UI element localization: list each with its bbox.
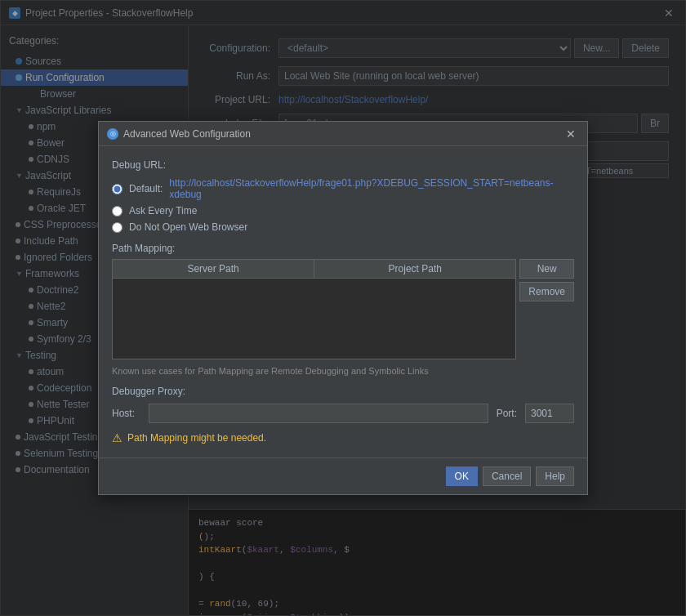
advanced-web-config-dialog: ◎ Advanced Web Configuration ✕ Debug URL… <box>98 121 588 495</box>
host-input[interactable] <box>149 404 488 423</box>
path-table-header: Server Path Project Path <box>112 259 516 278</box>
radio-default-group: Default: http://localhost/StackoverflowH… <box>112 177 574 200</box>
path-mapping-info: Known use cases for Path Mapping are Rem… <box>112 366 574 376</box>
port-input[interactable] <box>525 404 574 423</box>
debugger-proxy-label: Debugger Proxy: <box>112 386 574 397</box>
path-mapping-label: Path Mapping: <box>112 243 574 254</box>
dialog-title-left: ◎ Advanced Web Configuration <box>107 128 251 140</box>
radio-ask-group: Ask Every Time <box>112 205 574 216</box>
warning-row: ⚠ Path Mapping might be needed. <box>112 431 574 444</box>
radio-default[interactable] <box>112 184 122 194</box>
path-mapping-section: Path Mapping: Server Path Project Path N… <box>112 243 574 359</box>
dialog-icon: ◎ <box>107 128 118 140</box>
path-table-area: Server Path Project Path <box>112 259 516 359</box>
radio-ask[interactable] <box>112 206 122 216</box>
radio-no-open-label: Do Not Open Web Browser <box>129 221 247 233</box>
help-button[interactable]: Help <box>536 466 574 486</box>
dialog-overlay: ◎ Advanced Web Configuration ✕ Debug URL… <box>0 0 686 616</box>
radio-default-label: Default: <box>129 183 163 194</box>
port-label: Port: <box>497 408 517 419</box>
dialog-close-icon[interactable]: ✕ <box>563 127 579 141</box>
warning-text: Path Mapping might be needed. <box>127 432 266 444</box>
radio-no-open[interactable] <box>112 222 122 233</box>
host-label: Host: <box>112 408 140 419</box>
server-path-header: Server Path <box>113 260 314 278</box>
dialog-footer: OK Cancel Help <box>99 458 587 494</box>
ok-button[interactable]: OK <box>446 466 478 486</box>
path-table-wrapper: Server Path Project Path New Remove <box>112 259 574 359</box>
path-table-body[interactable] <box>112 278 516 359</box>
path-buttons: New Remove <box>519 259 574 301</box>
radio-ask-label: Ask Every Time <box>129 205 197 216</box>
cancel-button[interactable]: Cancel <box>483 466 531 486</box>
debug-url-label: Debug URL: <box>112 159 574 171</box>
warning-icon: ⚠ <box>112 431 122 444</box>
radio-default-value: http://localhost/StackoverflowHelp/frage… <box>169 177 574 200</box>
dialog-title-bar: ◎ Advanced Web Configuration ✕ <box>99 122 587 146</box>
dialog-body: Debug URL: Default: http://localhost/Sta… <box>99 146 587 458</box>
debugger-proxy-section: Debugger Proxy: Host: Port: <box>112 386 574 423</box>
new-path-button[interactable]: New <box>519 259 574 279</box>
proxy-row: Host: Port: <box>112 404 574 423</box>
remove-path-button[interactable]: Remove <box>519 282 574 301</box>
dialog-title: Advanced Web Configuration <box>123 128 251 140</box>
project-path-header: Project Path <box>314 260 515 278</box>
radio-no-open-group: Do Not Open Web Browser <box>112 221 574 233</box>
